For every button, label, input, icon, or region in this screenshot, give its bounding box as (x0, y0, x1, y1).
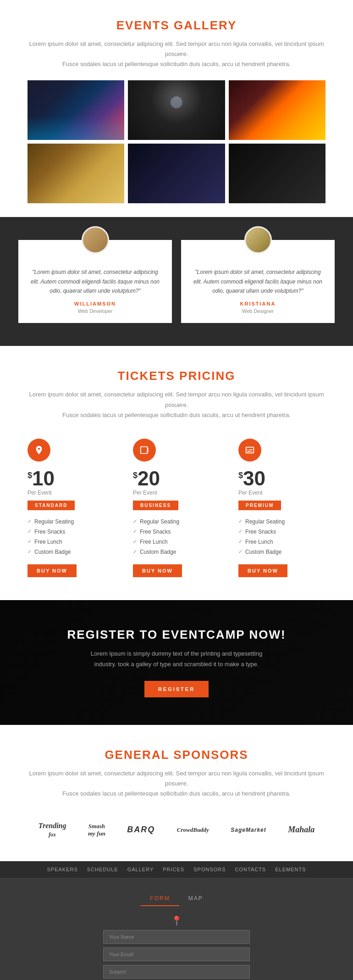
testimonial-card-2: "Lorem ipsum dolor sit amet, consectetur… (181, 240, 335, 323)
feature-premium-4: Custom Badge (238, 547, 325, 557)
register-subtitle: Lorem Ipsum is simply dummy text of the … (18, 648, 335, 670)
feature-business-1: Regular Seating (133, 517, 220, 527)
register-subtitle-line1: Lorem Ipsum is simply dummy text of the … (91, 650, 262, 657)
buy-now-premium[interactable]: Buy Now (238, 564, 287, 577)
price-amount-standard: $10 (28, 468, 115, 489)
testimonial-text-1: "Lorem ipsum dolor sit amet, consectetur… (30, 267, 160, 295)
nav-sponsors[interactable]: SPONSORS (193, 867, 226, 872)
tickets-title: TICKETS PRICING (28, 369, 325, 383)
testimonial-role-1: Web Developer (30, 308, 160, 314)
gallery-description: Lorem ipsum dolor sit amet, consectetur … (28, 39, 325, 69)
gallery-item-1[interactable] (28, 80, 124, 140)
buy-now-standard[interactable]: Buy Now (28, 564, 77, 577)
register-title: REGISTER TO EVENTCAMP NOW! (18, 628, 335, 642)
tab-form[interactable]: FORM (141, 891, 179, 906)
pricing-card-business: $20 Per Event BUSINESS Regular Seating F… (133, 439, 220, 577)
pricing-icon-premium (238, 439, 261, 462)
pricing-badge-business: BUSINESS (133, 501, 178, 510)
tickets-desc-line2: Fusce sodales lacus ut pellentesque soll… (62, 412, 291, 418)
events-gallery-title: EVENTS GALLERY (28, 18, 325, 33)
tickets-description: Lorem ipsum dolor sit amet, consectetur … (28, 390, 325, 420)
contact-form: 📍 (103, 915, 250, 980)
pricing-icon-standard (28, 439, 50, 462)
tickets-title-main: TICKETS (118, 369, 179, 383)
contact-section: FORM MAP 📍 (0, 878, 353, 980)
testimonial-avatar-1 (82, 226, 109, 254)
sponsors-title-highlight: SPONSORS (173, 748, 248, 762)
gallery-desc-line1: Lorem ipsum dolor sit amet, consectetur … (29, 40, 324, 57)
register-subtitle-line2: industry. took a galley of type and scra… (94, 661, 259, 668)
feature-standard-3: Free Lunch (28, 537, 115, 547)
sponsor-logo-6: Mahala (288, 825, 314, 835)
tickets-title-highlight: PRICING (179, 369, 235, 383)
pricing-cards-container: $10 Per Event STANDARD Regular Seating F… (28, 439, 325, 577)
sponsor-logo-5: SageMarket (231, 827, 266, 833)
contact-tabs: FORM MAP (18, 891, 335, 906)
gallery-title-main: EVENTS (116, 18, 174, 32)
contact-subject-input[interactable] (103, 965, 250, 979)
testimonial-name-1: WILLIAMSON (30, 301, 160, 306)
sponsor-logo-2: Smashmy fun (88, 823, 105, 837)
gallery-title-highlight: GALLERY (174, 18, 237, 32)
feature-premium-1: Regular Seating (238, 517, 325, 527)
feature-business-2: Free Snacks (133, 527, 220, 537)
feature-standard-4: Custom Badge (28, 547, 115, 557)
events-gallery-section: EVENTS GALLERY Lorem ipsum dolor sit ame… (0, 0, 353, 217)
tickets-desc-line1: Lorem ipsum dolor sit amet, consectetur … (29, 391, 324, 408)
testimonial-name-2: KRISTIANA (193, 301, 323, 306)
sponsors-desc-line2: Fusce sodales lacus ut pellentesque soll… (62, 790, 291, 797)
nav-elements[interactable]: ELEMENTS (275, 867, 306, 872)
gallery-item-4[interactable] (28, 144, 124, 203)
buy-now-business[interactable]: Buy Now (133, 564, 182, 577)
nav-speakers[interactable]: SPEAKERS (47, 867, 77, 872)
gallery-item-3[interactable] (229, 80, 325, 140)
nav-prices[interactable]: PRICES (163, 867, 184, 872)
sponsor-logo-3: BARQ (127, 825, 155, 835)
nav-schedule[interactable]: SCHEDULE (87, 867, 118, 872)
gallery-item-2[interactable] (128, 80, 225, 140)
feature-standard-2: Free Snacks (28, 527, 115, 537)
feature-business-3: Free Lunch (133, 537, 220, 547)
price-amount-business: $20 (133, 468, 220, 489)
map-pin-icon: 📍 (103, 915, 250, 926)
register-button[interactable]: REGISTER (144, 681, 209, 697)
sponsor-logo-4: CrowdBuddy (177, 826, 209, 834)
testimonial-role-2: Web Designer (193, 308, 323, 314)
gallery-item-5[interactable] (128, 144, 225, 203)
sponsor-logo-1: Trendingfox (39, 822, 66, 838)
pricing-card-standard: $10 Per Event STANDARD Regular Seating F… (28, 439, 115, 577)
feature-premium-2: Free Snacks (238, 527, 325, 537)
sponsors-desc-line1: Lorem ipsum dolor sit amet, consectetur … (29, 770, 324, 787)
price-amount-premium: $30 (238, 468, 325, 489)
pricing-badge-standard: STANDARD (28, 501, 75, 510)
nav-gallery[interactable]: GALLERY (127, 867, 154, 872)
price-label-business: Per Event (133, 490, 220, 496)
contact-email-input[interactable] (103, 947, 250, 961)
feature-standard-1: Regular Seating (28, 517, 115, 527)
price-label-premium: Per Event (238, 490, 325, 496)
pricing-card-premium: $30 Per Event PREMIUM Regular Seating Fr… (238, 439, 325, 577)
contact-name-input[interactable] (103, 930, 250, 944)
testimonial-avatar-2 (244, 226, 272, 254)
feature-business-4: Custom Badge (133, 547, 220, 557)
tickets-pricing-section: TICKETS PRICING Lorem ipsum dolor sit am… (0, 346, 353, 600)
pricing-icon-business (133, 439, 156, 462)
sponsors-description: Lorem ipsum dolor sit amet, consectetur … (28, 768, 325, 799)
sticky-nav: SPEAKERS SCHEDULE GALLERY PRICES SPONSOR… (0, 861, 353, 878)
sponsors-title-main: GENERAL (105, 748, 173, 762)
pricing-badge-premium: PREMIUM (238, 501, 281, 510)
gallery-grid (28, 80, 325, 203)
gallery-item-6[interactable] (229, 144, 325, 203)
tab-map[interactable]: MAP (179, 891, 212, 906)
sponsors-logos-row: Trendingfox Smashmy fun BARQ CrowdBuddy … (28, 813, 325, 847)
price-label-standard: Per Event (28, 490, 115, 496)
testimonial-text-2: "Lorem ipsum dolor sit amet, consectetur… (193, 267, 323, 295)
nav-contacts[interactable]: CONTACTS (235, 867, 266, 872)
sponsors-section: GENERAL SPONSORS Lorem ipsum dolor sit a… (0, 725, 353, 861)
register-section: REGISTER TO EVENTCAMP NOW! Lorem Ipsum i… (0, 600, 353, 725)
testimonial-card-1: "Lorem ipsum dolor sit amet, consectetur… (18, 240, 172, 323)
feature-premium-3: Free Lunch (238, 537, 325, 547)
testimonials-section: "Lorem ipsum dolor sit amet, consectetur… (0, 217, 353, 346)
sponsors-title: GENERAL SPONSORS (28, 748, 325, 762)
gallery-desc-line2: Fusce sodales lacus ut pellentesque soll… (62, 61, 291, 67)
